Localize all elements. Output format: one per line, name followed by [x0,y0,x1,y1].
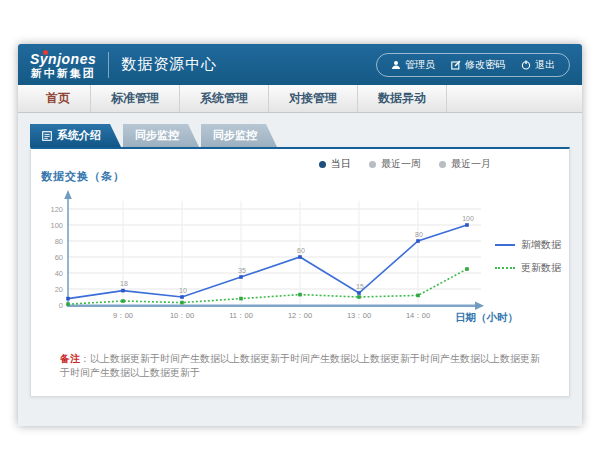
logo-text: Synjones [30,52,96,67]
main-nav: 首页 标准管理 系统管理 对接管理 数据异动 [18,85,582,113]
data-point-label: 100 [462,215,474,222]
chart-panel: 1810356015801000204060801001209：0010：001… [30,147,570,397]
data-point-marker [180,295,184,299]
data-point-marker [66,302,70,306]
y-axis-arrow-icon [64,190,72,199]
nav-item-standard-mgmt[interactable]: 标准管理 [91,85,180,112]
logo-accent-dot [43,50,48,55]
user-menu: 管理员 修改密码 退出 [376,53,570,77]
nav-item-system-mgmt[interactable]: 系统管理 [180,85,269,112]
radio-dot-icon [369,161,376,168]
footnote: 备注：以上数据更新于时间产生数据以上数据更新于时间产生数据以上数据更新于时间产生… [60,352,540,380]
x-axis-label: 日期（小时） [455,311,518,324]
x-tick-label: 13：00 [347,311,371,320]
dotted-line-icon [495,267,515,269]
tab-label: 系统介绍 [57,128,101,143]
change-password-button[interactable]: 修改密码 [451,58,505,72]
legend-label: 新增数据 [521,238,561,252]
x-tick-label: 10：00 [170,311,194,320]
data-point-label: 15 [356,283,364,290]
data-point-marker [239,275,243,279]
nav-item-home[interactable]: 首页 [26,85,91,112]
power-icon [521,60,531,70]
tab-system-intro[interactable]: 系统介绍 [30,124,121,147]
footnote-text: ：以上数据更新于时间产生数据以上数据更新于时间产生数据以上数据更新于时间产生数据… [60,353,540,378]
radio-label: 最近一周 [381,157,421,171]
header-divider [108,52,109,78]
y-tick-label: 20 [55,285,63,294]
data-point-marker [357,291,361,295]
data-point-marker [416,294,420,298]
nav-item-integration-mgmt[interactable]: 对接管理 [269,85,358,112]
nav-item-data-change[interactable]: 数据异动 [358,85,447,112]
y-tick-label: 0 [59,301,63,310]
page-title: 数据资源中心 [121,55,217,74]
tab-sync-monitor-1[interactable]: 同步监控 [123,124,199,147]
user-icon [391,60,401,70]
data-point-marker [66,297,70,301]
data-point-marker [121,289,125,293]
y-tick-label: 80 [55,237,63,246]
radio-label: 最近一月 [451,157,491,171]
y-tick-label: 120 [50,205,63,214]
data-point-label: 60 [297,247,305,254]
x-tick-label: 14：00 [406,311,430,320]
radio-dot-icon [439,161,446,168]
legend-item-updated-data[interactable]: 更新数据 [495,261,561,275]
user-menu-label: 退出 [535,58,555,72]
footnote-prefix: 备注 [60,353,80,364]
data-point-marker [180,301,184,305]
data-point-marker [416,239,420,243]
data-point-marker [298,255,302,259]
user-menu-label: 修改密码 [465,58,505,72]
data-point-marker [239,297,243,301]
app-window: Synjones 新中新集团 数据资源中心 管理员 修改密码 [18,44,582,426]
x-axis-arrow-icon [475,302,484,310]
data-point-label: 80 [415,231,423,238]
tab-sync-monitor-2[interactable]: 同步监控 [201,124,277,147]
tab-label: 同步监控 [135,128,179,143]
logout-button[interactable]: 退出 [521,58,555,72]
data-point-marker [298,293,302,297]
radio-dot-icon [319,161,326,168]
data-point-label: 18 [120,280,128,287]
chart-legend: 新增数据 更新数据 [495,238,561,275]
admin-user-button[interactable]: 管理员 [391,58,435,72]
solid-line-icon [495,244,515,246]
document-icon [42,131,52,141]
x-tick-label: 9：00 [113,311,133,320]
data-point-marker [357,295,361,299]
logo-subtext: 新中新集团 [30,67,96,79]
legend-item-new-data[interactable]: 新增数据 [495,238,561,252]
data-point-marker [121,299,125,303]
y-axis-label: 数据交换（条） [41,169,125,184]
brand-logo: Synjones 新中新集团 [30,50,96,79]
series-line [68,225,467,299]
tab-label: 同步监控 [213,128,257,143]
content-area: 系统介绍 同步监控 同步监控 1810356015801000204060801… [18,113,582,425]
legend-label: 更新数据 [521,261,561,275]
y-tick-label: 60 [55,253,63,262]
radio-label: 当日 [331,157,351,171]
period-filter-group: 当日 最近一周 最近一月 [319,157,491,171]
data-point-marker [465,267,469,271]
radio-last-week[interactable]: 最近一周 [369,157,421,171]
radio-today[interactable]: 当日 [319,157,351,171]
app-header: Synjones 新中新集团 数据资源中心 管理员 修改密码 [18,44,582,85]
edit-icon [451,60,461,70]
data-point-marker [465,223,469,227]
y-tick-label: 100 [50,221,63,230]
y-tick-label: 40 [55,269,63,278]
radio-last-month[interactable]: 最近一月 [439,157,491,171]
x-tick-label: 12：00 [288,311,312,320]
data-point-label: 35 [238,267,246,274]
user-menu-label: 管理员 [405,58,435,72]
tab-bar: 系统介绍 同步监控 同步监控 [30,124,570,147]
data-point-label: 10 [179,287,187,294]
x-tick-label: 11：00 [229,311,253,320]
